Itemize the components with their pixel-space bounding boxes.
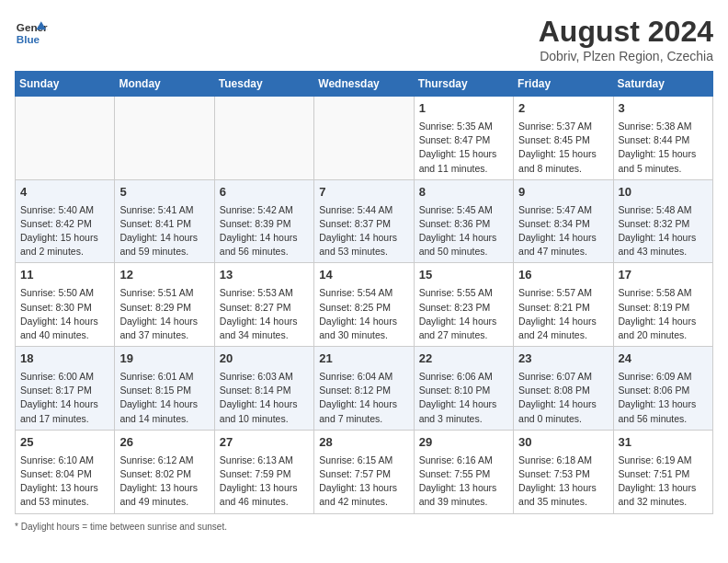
calendar-cell: 16Sunrise: 5:57 AMSunset: 8:21 PMDayligh… <box>514 263 613 347</box>
day-number: 3 <box>619 100 708 118</box>
week-row-3: 11Sunrise: 5:50 AMSunset: 8:30 PMDayligh… <box>16 263 713 347</box>
day-info: Sunrise: 6:07 AMSunset: 8:08 PMDaylight:… <box>518 371 597 424</box>
calendar-cell: 24Sunrise: 6:09 AMSunset: 8:06 PMDayligh… <box>613 347 712 431</box>
day-info: Sunrise: 5:48 AMSunset: 8:32 PMDaylight:… <box>619 204 697 258</box>
day-info: Sunrise: 5:51 AMSunset: 8:29 PMDaylight:… <box>119 287 198 340</box>
day-number: 15 <box>419 267 508 284</box>
calendar-cell: 22Sunrise: 6:06 AMSunset: 8:10 PMDayligh… <box>414 347 513 431</box>
day-info: Sunrise: 5:44 AMSunset: 8:37 PMDaylight:… <box>319 204 397 258</box>
calendar-cell: 3Sunrise: 5:38 AMSunset: 8:44 PMDaylight… <box>613 97 712 180</box>
day-info: Sunrise: 6:10 AMSunset: 8:04 PMDaylight:… <box>20 454 98 508</box>
week-row-5: 25Sunrise: 6:10 AMSunset: 8:04 PMDayligh… <box>16 430 713 513</box>
day-number: 21 <box>319 350 408 368</box>
day-number: 1 <box>419 100 508 118</box>
day-info: Sunrise: 5:54 AMSunset: 8:25 PMDaylight:… <box>319 287 397 340</box>
day-info: Sunrise: 5:37 AMSunset: 8:45 PMDaylight:… <box>518 121 597 174</box>
calendar-cell <box>314 97 414 180</box>
calendar-cell: 12Sunrise: 5:51 AMSunset: 8:29 PMDayligh… <box>115 263 214 347</box>
calendar-cell: 7Sunrise: 5:44 AMSunset: 8:37 PMDaylight… <box>314 179 414 263</box>
calendar-cell: 13Sunrise: 5:53 AMSunset: 8:27 PMDayligh… <box>214 263 313 347</box>
calendar-cell: 10Sunrise: 5:48 AMSunset: 8:32 PMDayligh… <box>613 179 712 263</box>
title-block: August 2024 Dobriv, Plzen Region, Czechi… <box>539 15 713 63</box>
day-info: Sunrise: 6:00 AMSunset: 8:17 PMDaylight:… <box>20 371 98 424</box>
day-number: 10 <box>619 184 708 201</box>
calendar-cell: 6Sunrise: 5:42 AMSunset: 8:39 PMDaylight… <box>214 179 313 263</box>
calendar-cell: 14Sunrise: 5:54 AMSunset: 8:25 PMDayligh… <box>314 263 414 347</box>
day-number: 9 <box>518 184 608 201</box>
day-info: Sunrise: 6:01 AMSunset: 8:15 PMDaylight:… <box>119 371 198 424</box>
calendar-cell: 9Sunrise: 5:47 AMSunset: 8:34 PMDaylight… <box>514 179 613 263</box>
day-number: 16 <box>518 267 608 284</box>
day-number: 26 <box>119 434 209 452</box>
day-number: 19 <box>119 350 209 368</box>
calendar-cell: 18Sunrise: 6:00 AMSunset: 8:17 PMDayligh… <box>16 347 115 431</box>
logo: General Blue <box>15 15 48 48</box>
calendar-cell: 11Sunrise: 5:50 AMSunset: 8:30 PMDayligh… <box>16 263 115 347</box>
calendar-cell: 25Sunrise: 6:10 AMSunset: 8:04 PMDayligh… <box>16 430 115 513</box>
calendar-cell: 19Sunrise: 6:01 AMSunset: 8:15 PMDayligh… <box>115 347 214 431</box>
week-row-2: 4Sunrise: 5:40 AMSunset: 8:42 PMDaylight… <box>16 179 713 263</box>
svg-text:Blue: Blue <box>17 33 40 45</box>
calendar-cell: 27Sunrise: 6:13 AMSunset: 7:59 PMDayligh… <box>214 430 313 513</box>
day-number: 24 <box>619 350 708 368</box>
calendar-cell: 28Sunrise: 6:15 AMSunset: 7:57 PMDayligh… <box>314 430 414 513</box>
day-number: 5 <box>119 184 209 201</box>
day-header-friday: Friday <box>514 72 613 97</box>
calendar-cell: 8Sunrise: 5:45 AMSunset: 8:36 PMDaylight… <box>414 179 513 263</box>
day-number: 30 <box>518 434 608 452</box>
calendar-table: SundayMondayTuesdayWednesdayThursdayFrid… <box>15 71 713 514</box>
month-year: August 2024 <box>539 15 713 49</box>
day-number: 11 <box>20 267 109 284</box>
day-number: 23 <box>518 350 608 368</box>
calendar-cell: 31Sunrise: 6:19 AMSunset: 7:51 PMDayligh… <box>613 430 712 513</box>
day-number: 22 <box>419 350 508 368</box>
day-header-tuesday: Tuesday <box>214 72 313 97</box>
day-info: Sunrise: 6:03 AMSunset: 8:14 PMDaylight:… <box>220 371 298 424</box>
day-number: 25 <box>20 434 109 452</box>
day-number: 8 <box>419 184 508 201</box>
day-info: Sunrise: 6:13 AMSunset: 7:59 PMDaylight:… <box>220 454 298 508</box>
week-row-1: 1Sunrise: 5:35 AMSunset: 8:47 PMDaylight… <box>16 97 713 180</box>
day-header-monday: Monday <box>115 72 214 97</box>
day-number: 27 <box>220 434 309 452</box>
page-header: General Blue August 2024 Dobriv, Plzen R… <box>15 15 713 63</box>
day-info: Sunrise: 6:04 AMSunset: 8:12 PMDaylight:… <box>319 371 397 424</box>
day-header-wednesday: Wednesday <box>314 72 414 97</box>
logo-icon: General Blue <box>15 15 48 48</box>
day-info: Sunrise: 5:58 AMSunset: 8:19 PMDaylight:… <box>619 287 697 340</box>
calendar-cell: 17Sunrise: 5:58 AMSunset: 8:19 PMDayligh… <box>613 263 712 347</box>
day-number: 29 <box>419 434 508 452</box>
day-number: 20 <box>220 350 309 368</box>
day-info: Sunrise: 6:19 AMSunset: 7:51 PMDaylight:… <box>619 454 697 508</box>
footer-note: * Daylight hours = time between sunrise … <box>15 522 713 532</box>
calendar-cell <box>214 97 313 180</box>
day-info: Sunrise: 5:50 AMSunset: 8:30 PMDaylight:… <box>20 287 98 340</box>
day-number: 14 <box>319 267 408 284</box>
calendar-cell: 4Sunrise: 5:40 AMSunset: 8:42 PMDaylight… <box>16 179 115 263</box>
day-number: 4 <box>20 184 109 201</box>
day-info: Sunrise: 6:12 AMSunset: 8:02 PMDaylight:… <box>119 454 198 508</box>
location: Dobriv, Plzen Region, Czechia <box>539 49 713 63</box>
day-info: Sunrise: 6:15 AMSunset: 7:57 PMDaylight:… <box>319 454 397 508</box>
calendar-cell: 26Sunrise: 6:12 AMSunset: 8:02 PMDayligh… <box>115 430 214 513</box>
day-number: 31 <box>619 434 708 452</box>
day-header-sunday: Sunday <box>16 72 115 97</box>
day-info: Sunrise: 5:57 AMSunset: 8:21 PMDaylight:… <box>518 287 597 340</box>
day-info: Sunrise: 5:35 AMSunset: 8:47 PMDaylight:… <box>419 121 497 174</box>
calendar-cell <box>115 97 214 180</box>
day-info: Sunrise: 5:45 AMSunset: 8:36 PMDaylight:… <box>419 204 497 258</box>
calendar-cell: 23Sunrise: 6:07 AMSunset: 8:08 PMDayligh… <box>514 347 613 431</box>
calendar-cell: 2Sunrise: 5:37 AMSunset: 8:45 PMDaylight… <box>514 97 613 180</box>
day-number: 6 <box>220 184 309 201</box>
day-number: 18 <box>20 350 109 368</box>
day-number: 12 <box>119 267 209 284</box>
calendar-cell: 21Sunrise: 6:04 AMSunset: 8:12 PMDayligh… <box>314 347 414 431</box>
calendar-cell: 30Sunrise: 6:18 AMSunset: 7:53 PMDayligh… <box>514 430 613 513</box>
calendar-cell: 1Sunrise: 5:35 AMSunset: 8:47 PMDaylight… <box>414 97 513 180</box>
day-number: 28 <box>319 434 408 452</box>
calendar-cell <box>16 97 115 180</box>
day-info: Sunrise: 6:18 AMSunset: 7:53 PMDaylight:… <box>518 454 597 508</box>
day-header-saturday: Saturday <box>613 72 712 97</box>
day-info: Sunrise: 5:47 AMSunset: 8:34 PMDaylight:… <box>518 204 597 258</box>
day-number: 17 <box>619 267 708 284</box>
